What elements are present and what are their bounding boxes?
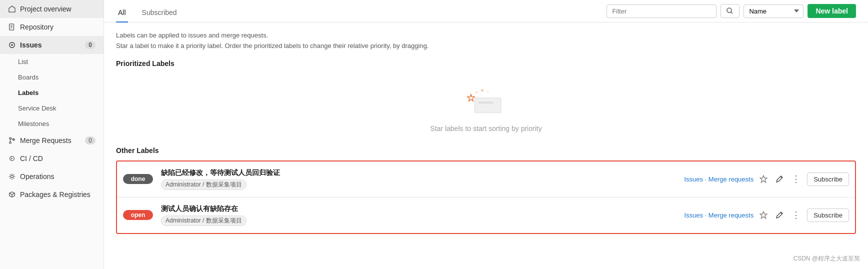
star-button[interactable]: [758, 173, 770, 185]
sidebar-sub-milestones[interactable]: Milestones: [0, 116, 104, 132]
sidebar-item-ci-cd[interactable]: CI / CD: [0, 150, 104, 168]
search-icon: [726, 7, 734, 15]
priority-star-illustration: [464, 88, 508, 118]
sidebar-sub-boards[interactable]: Boards: [0, 70, 104, 85]
edit-button[interactable]: [774, 209, 786, 221]
tab-subscribed[interactable]: Subscribed: [140, 4, 179, 22]
label-scope: Administrator / 数据采集项目: [161, 180, 246, 190]
sidebar-label: Repository: [20, 23, 54, 31]
label-badge-done: done: [123, 174, 153, 184]
mr-badge: 0: [85, 136, 96, 144]
subscribe-button[interactable]: Subscribe: [807, 172, 849, 186]
ops-icon: [8, 172, 16, 180]
sidebar-label: Project overview: [20, 5, 72, 13]
star-icon: [760, 211, 768, 219]
svg-rect-9: [475, 98, 502, 112]
star-icon: [760, 175, 768, 183]
svg-marker-12: [468, 94, 475, 101]
issue-icon: [8, 41, 16, 49]
label-actions: Issues · Merge requests ⋮ Subscribe: [684, 172, 849, 186]
filter-input[interactable]: [606, 4, 716, 18]
prioritized-section-title: Prioritized Labels: [116, 60, 856, 68]
label-info: 测试人员确认有缺陷存在 Administrator / 数据采集项目: [161, 204, 676, 226]
sidebar-label: Packages & Registries: [20, 190, 90, 198]
svg-rect-10: [478, 102, 494, 104]
subscribe-button[interactable]: Subscribe: [807, 208, 849, 222]
svg-point-15: [487, 90, 488, 92]
label-name: 测试人员确认有缺陷存在: [161, 204, 676, 214]
svg-point-14: [481, 89, 484, 92]
sidebar-label: Operations: [20, 172, 54, 180]
svg-marker-17: [760, 212, 767, 218]
svg-point-13: [476, 91, 478, 93]
label-info: 缺陷已经修改，等待测试人员回归验证 Administrator / 数据采集项目: [161, 168, 676, 190]
ellipsis-icon: ⋮: [792, 174, 801, 184]
issues-merge-link[interactable]: Issues · Merge requests: [684, 176, 754, 183]
other-labels-section-title: Other Labels: [116, 146, 856, 154]
table-row: done 缺陷已经修改，等待测试人员回归验证 Administrator / 数…: [117, 162, 855, 198]
home-icon: [8, 5, 16, 13]
toolbar: Name Updated date Created date New label: [606, 4, 856, 22]
svg-point-2: [11, 44, 13, 46]
sidebar-sub-labels[interactable]: Labels: [0, 85, 104, 100]
svg-point-7: [10, 175, 13, 178]
more-button[interactable]: ⋮: [790, 208, 803, 222]
info-line1: Labels can be applied to issues and merg…: [116, 30, 856, 41]
search-button[interactable]: [720, 4, 740, 18]
package-icon: [8, 190, 16, 198]
pencil-icon: [776, 211, 784, 219]
sidebar-item-merge-requests[interactable]: Merge Requests 0: [0, 132, 104, 150]
ci-icon: [8, 154, 16, 162]
label-name: 缺陷已经修改，等待测试人员回归验证: [161, 168, 676, 178]
prioritized-empty-text: Star labels to start sorting by priority: [430, 124, 542, 132]
prioritized-empty-state: Star labels to start sorting by priority: [116, 74, 856, 142]
labels-list: done 缺陷已经修改，等待测试人员回归验证 Administrator / 数…: [116, 160, 856, 234]
label-badge-open: open: [123, 210, 153, 220]
sidebar-label: Merge Requests: [20, 136, 72, 144]
sidebar-item-repository[interactable]: Repository: [0, 18, 104, 36]
sidebar-item-issues[interactable]: Issues 0: [0, 36, 104, 54]
table-row: open 测试人员确认有缺陷存在 Administrator / 数据采集项目 …: [117, 198, 855, 233]
top-bar: All Subscribed Name Updated date Created…: [104, 0, 868, 22]
svg-marker-16: [760, 176, 767, 182]
watermark: CSDN @程序之大道至简: [793, 254, 860, 263]
sidebar-sub-service-desk[interactable]: Service Desk: [0, 100, 104, 116]
new-label-button[interactable]: New label: [808, 4, 856, 18]
sidebar-item-operations[interactable]: Operations: [0, 168, 104, 186]
name-sort-select[interactable]: Name Updated date Created date: [744, 4, 804, 18]
info-line2: Star a label to make it a priority label…: [116, 41, 856, 52]
sidebar-label: CI / CD: [20, 154, 43, 162]
edit-button[interactable]: [774, 173, 786, 185]
issues-badge: 0: [85, 41, 96, 49]
sidebar-item-packages[interactable]: Packages & Registries: [0, 186, 104, 204]
label-actions: Issues · Merge requests ⋮ Subscribe: [684, 208, 849, 222]
issues-merge-link[interactable]: Issues · Merge requests: [684, 212, 754, 219]
star-button[interactable]: [758, 209, 770, 221]
more-button[interactable]: ⋮: [790, 172, 803, 186]
sidebar-label: Issues: [20, 41, 42, 49]
ellipsis-icon: ⋮: [792, 210, 801, 220]
svg-point-4: [10, 142, 12, 144]
svg-point-8: [727, 8, 732, 12]
info-block: Labels can be applied to issues and merg…: [116, 30, 856, 52]
tab-all[interactable]: All: [116, 4, 128, 22]
sidebar: Project overview Repository Issues 0 Lis…: [0, 0, 104, 269]
merge-icon: [8, 136, 16, 144]
sidebar-item-project-overview[interactable]: Project overview: [0, 0, 104, 18]
book-icon: [8, 23, 16, 31]
sidebar-sub-list[interactable]: List: [0, 54, 104, 70]
svg-rect-11: [478, 106, 490, 107]
label-scope: Administrator / 数据采集项目: [161, 216, 246, 226]
pencil-icon: [776, 175, 784, 183]
labels-content: Labels can be applied to issues and merg…: [104, 22, 868, 242]
main-content: All Subscribed Name Updated date Created…: [104, 0, 868, 269]
